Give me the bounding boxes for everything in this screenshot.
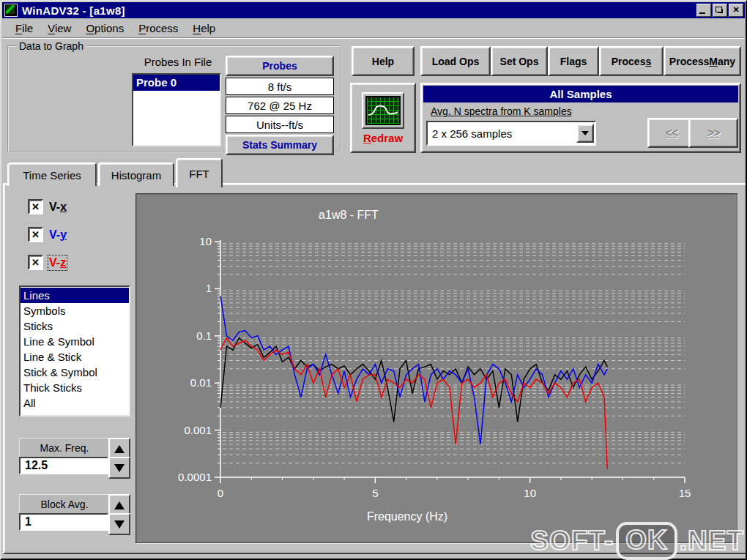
watermark-text: SOFT-	[530, 526, 614, 556]
all-samples-header: All Samples	[423, 86, 738, 102]
process-many-button[interactable]: Process Many	[664, 46, 741, 76]
svg-text:0: 0	[218, 487, 223, 499]
plot-style-listbox[interactable]: Lines Symbols Sticks Line & Symbol Line …	[19, 285, 130, 417]
fft-chart-panel: 1010.10.010.0010.0001051015a1w8 - FFTFre…	[135, 193, 737, 543]
svg-text:0.0001: 0.0001	[178, 471, 212, 483]
tab-strip: Time Series Histogram FFT	[7, 158, 224, 186]
list-item[interactable]: Probe 0	[133, 75, 220, 91]
tab-time-series[interactable]: Time Series	[7, 163, 97, 186]
vcomp-label-x: V-x	[49, 201, 67, 214]
svg-text:0.01: 0.01	[190, 376, 212, 389]
block-avg-label: Block Avg.	[19, 494, 110, 515]
menu-bar: File View Options Process Help	[2, 18, 745, 38]
svg-text:10: 10	[524, 487, 536, 499]
units-field: Units--ft/s	[226, 116, 334, 133]
window-title: WinADV32 - [a1w8]	[22, 4, 125, 17]
stats-summary-button[interactable]: Stats Summary	[226, 135, 334, 155]
velocity-range-field: 8 ft/s	[226, 78, 334, 95]
vy-checkbox-row[interactable]: V-y	[28, 227, 67, 242]
block-avg-control: Block Avg.	[19, 494, 129, 535]
svg-text:15: 15	[679, 487, 691, 499]
menu-process[interactable]: Process	[131, 22, 185, 34]
next-sample-button[interactable]: >>	[688, 118, 738, 148]
svg-text:5: 5	[372, 487, 378, 499]
svg-text:0.1: 0.1	[196, 329, 212, 342]
load-ops-button[interactable]: Load Ops	[420, 46, 491, 76]
svg-text:1: 1	[206, 282, 212, 294]
close-icon[interactable]	[729, 4, 743, 17]
vx-checkbox-row[interactable]: V-x	[28, 199, 67, 214]
tab-fft[interactable]: FFT	[176, 158, 223, 187]
flags-button[interactable]: Flags	[548, 46, 599, 76]
chevron-down-icon	[581, 131, 589, 135]
list-item[interactable]: Line & Symbol	[21, 334, 129, 349]
process-button[interactable]: Process	[599, 46, 664, 76]
app-icon[interactable]	[4, 4, 18, 17]
probes-button[interactable]: Probes	[226, 56, 334, 76]
menu-help[interactable]: Help	[185, 22, 223, 34]
list-item[interactable]: Sticks	[21, 318, 129, 334]
samples-combobox-value: 2 x 256 samples	[428, 127, 576, 140]
probes-in-file-label: Probes In File	[133, 56, 223, 68]
watermark-text: .NET	[680, 526, 744, 556]
arrow-down-icon	[114, 464, 124, 472]
set-ops-button[interactable]: Set Ops	[491, 46, 548, 76]
help-button[interactable]: Help	[352, 46, 415, 76]
combobox-dropdown-button[interactable]	[576, 124, 594, 143]
vx-checkbox[interactable]	[28, 199, 43, 214]
vcomp-label-y: V-y	[49, 228, 67, 242]
block-avg-spin-down[interactable]	[108, 513, 130, 535]
app-window: WinADV32 - [a1w8] File View Options Proc…	[0, 0, 747, 560]
list-item[interactable]: Symbols	[21, 303, 129, 318]
group-legend: Data to Graph	[16, 40, 86, 52]
menu-view[interactable]: View	[40, 22, 78, 34]
list-item[interactable]: Thick Sticks	[21, 380, 129, 395]
vy-checkbox[interactable]	[28, 227, 43, 242]
block-avg-spinner	[108, 494, 127, 532]
max-freq-spin-down[interactable]	[108, 457, 130, 479]
max-freq-spinner	[108, 438, 127, 476]
arrow-up-icon	[114, 501, 124, 509]
samples-rate-field: 762 @ 25 Hz	[226, 97, 334, 114]
fft-tab-page: V-x V-y V-z Lines Symbols Sticks Line & …	[3, 183, 747, 554]
tab-histogram[interactable]: Histogram	[98, 163, 174, 186]
list-item[interactable]: Stick & Symbol	[21, 365, 129, 380]
minimize-icon[interactable]	[696, 4, 711, 17]
probes-listbox[interactable]: Probe 0	[132, 73, 221, 146]
redraw-label: Redraw	[363, 132, 403, 144]
all-samples-panel: All Samples Avg. N spectra from K sample…	[420, 83, 741, 153]
redraw-button[interactable]: Redraw	[350, 83, 416, 153]
samples-combobox[interactable]: 2 x 256 samples	[426, 121, 596, 146]
oscilloscope-icon	[362, 92, 404, 129]
title-bar: WinADV32 - [a1w8]	[2, 2, 745, 18]
menu-file[interactable]: File	[8, 22, 40, 34]
arrow-down-icon	[114, 520, 124, 529]
restore-icon[interactable]	[713, 4, 727, 17]
vz-checkbox-row[interactable]: V-z	[28, 255, 66, 270]
list-item[interactable]: All	[21, 395, 129, 411]
menu-options[interactable]: Options	[78, 22, 131, 34]
svg-text:Frequency (Hz): Frequency (Hz)	[367, 510, 447, 523]
avg-spectra-link[interactable]: Avg. N spectra from K samples	[431, 105, 572, 117]
vcomp-label-z: V-z	[49, 256, 66, 269]
block-avg-input[interactable]	[19, 513, 108, 531]
max-freq-label: Max. Freq.	[19, 438, 110, 458]
arrow-up-icon	[114, 445, 124, 453]
vz-checkbox[interactable]	[28, 255, 43, 270]
watermark: SOFT- OK .NET	[530, 522, 744, 560]
list-item[interactable]: Line & Stick	[21, 349, 129, 365]
max-freq-control: Max. Freq.	[19, 438, 129, 479]
watermark-ok-badge: OK	[616, 522, 677, 560]
max-freq-input[interactable]	[19, 457, 108, 474]
fft-chart: 1010.10.010.0010.0001051015a1w8 - FFTFre…	[136, 194, 735, 541]
list-item[interactable]: Lines	[21, 288, 129, 303]
svg-text:0.001: 0.001	[184, 424, 212, 436]
data-to-graph-group: Data to Graph Probes In File Probe 0 Pro…	[7, 45, 341, 152]
svg-text:10: 10	[199, 235, 212, 247]
svg-text:a1w8 - FFT: a1w8 - FFT	[319, 209, 379, 221]
